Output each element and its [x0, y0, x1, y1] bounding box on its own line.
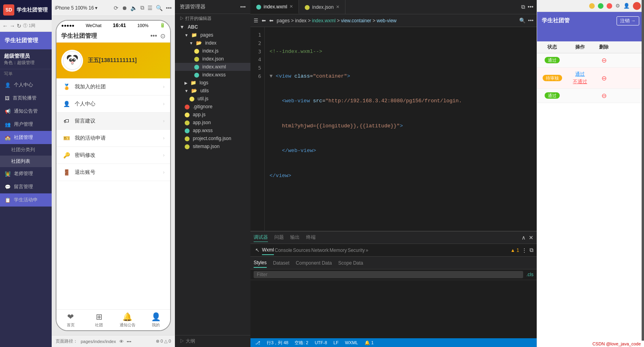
delete-cell-1[interactable]: ⊖ [596, 74, 612, 82]
refresh-button[interactable]: ↻ [17, 23, 21, 29]
file-index-wxml[interactable]: ⬤ index.wxml [175, 63, 250, 71]
tab-issues[interactable]: 问题 [274, 233, 284, 242]
settings-icon-btn[interactable]: ⚙ [615, 3, 620, 9]
camera-icon[interactable]: ⊙ [160, 32, 165, 40]
file-index-wxss[interactable]: ⬤ index.wxss [175, 71, 250, 79]
folder-pages[interactable]: ▼ 📁 pages [175, 31, 250, 39]
nav-btn-notice[interactable]: 🔔 通知公告 [113, 310, 142, 330]
reject-link[interactable]: 不通过 [564, 78, 596, 85]
file-tree-dots[interactable]: ••• [240, 4, 246, 10]
split-icon[interactable]: ⧉ [521, 4, 525, 10]
tab-network[interactable]: Network [311, 246, 329, 255]
folder-index[interactable]: ▼ 📂 index [175, 39, 250, 47]
filter-input[interactable] [254, 271, 523, 278]
sidebar-item-notice[interactable]: 📢 通知公告管 [0, 105, 52, 118]
delete-cell-0[interactable]: ⊖ [596, 57, 612, 64]
sidebar-item-carousel[interactable]: 🖼 首页轮播管 [0, 92, 52, 105]
menu-item-joined-clubs[interactable]: 🏅 我加入的社团 › [56, 78, 170, 96]
tab-memory[interactable]: Memory [330, 246, 347, 255]
sidebar-item-activity[interactable]: 📋 学生活动申 [0, 193, 52, 207]
user-icon-btn[interactable]: 👤 [623, 3, 630, 9]
file-gitignore[interactable]: ⬤ .gitignore [175, 103, 250, 111]
sidebar-item-users[interactable]: 👥 用户管理 [0, 118, 52, 131]
tab-console[interactable]: Console [275, 246, 292, 255]
sound-button[interactable]: 🔈 [130, 4, 137, 11]
tab-debugger[interactable]: 调试器 [254, 233, 268, 242]
forward-button[interactable]: → [10, 23, 15, 29]
file-project-config[interactable]: ⬤ project.config.json [175, 135, 250, 142]
file-index-json[interactable]: ⬤ index.json [175, 55, 250, 63]
cls-button[interactable]: .cls [526, 272, 533, 277]
file-app-wxss[interactable]: ⬤ app.wxss [175, 127, 250, 135]
record-button[interactable]: ⏺ [122, 4, 127, 11]
menu-item-logout[interactable]: 🚪 退出账号 › [56, 164, 170, 181]
close-icon[interactable]: ✕ [336, 4, 339, 10]
file-sitemap[interactable]: ⬤ sitemap.json [175, 142, 250, 150]
file-app-js[interactable]: ⬤ app.js [175, 111, 250, 119]
open-editors-label[interactable]: ▷ 打开的编辑器 [175, 14, 250, 23]
close-btn[interactable] [607, 3, 612, 9]
tab-wxml[interactable]: ⬤ index.wxml ✕ [250, 0, 299, 14]
delete-icon-2[interactable]: ⊖ [601, 92, 607, 99]
sidebar-item-club[interactable]: 🏫 社团管理 [0, 131, 52, 144]
subtab-dataset[interactable]: Dataset [273, 259, 289, 267]
minimize-btn[interactable] [589, 3, 595, 9]
search-button[interactable]: 🔍 [156, 4, 163, 11]
maximize-btn[interactable] [598, 3, 603, 9]
search-icon-btn[interactable]: 🔍 [519, 18, 526, 23]
collapse-btn[interactable]: ∧ [522, 234, 526, 241]
menu-item-password[interactable]: 🔑 密码修改 › [56, 147, 170, 164]
nav-btn-mine[interactable]: 👤 我的 [142, 310, 171, 330]
tab-json[interactable]: ⬤ index.json ✕ [299, 0, 345, 14]
back-button[interactable]: ← [2, 23, 8, 29]
nav-btn-home[interactable]: ❤ 首页 [56, 310, 85, 330]
tab-terminal[interactable]: 终端 [306, 233, 316, 242]
sidebar-subitem-list[interactable]: 社团列表 [0, 156, 52, 167]
folder-utils[interactable]: ▼ 📂 utils [175, 87, 250, 95]
menu-button[interactable]: ☰ [147, 4, 153, 11]
tab-wxml[interactable]: Wxml [262, 246, 274, 255]
page-icon1[interactable]: 👁 [119, 339, 124, 344]
nav-btn-club[interactable]: ⊞ 社团 [85, 310, 114, 330]
devtools-cursor-btn[interactable]: ↖ [254, 247, 261, 253]
devtools-expand-btn[interactable]: ⧉ [530, 247, 533, 253]
project-root[interactable]: ▼ ABC [175, 23, 250, 31]
sidebar-item-personal[interactable]: 👤 个人中心 [0, 78, 52, 92]
file-index-js[interactable]: ⬤ index.js [175, 47, 250, 55]
logout-button[interactable]: 注销 → [617, 16, 639, 25]
delete-cell-2[interactable]: ⊖ [596, 92, 612, 99]
tab-security[interactable]: Security [347, 246, 365, 255]
more-icon-btn[interactable]: ••• [528, 18, 533, 23]
subtab-scope-data[interactable]: Scope Data [338, 259, 363, 267]
subtab-component-data[interactable]: Component Data [296, 259, 332, 267]
rotate-button[interactable]: ⟳ [114, 4, 118, 11]
more-button[interactable]: ••• [166, 4, 172, 11]
toolbar-back-btn[interactable]: ⬅ [262, 18, 266, 23]
subtab-styles[interactable]: Styles [254, 258, 267, 268]
menu-item-activity[interactable]: 🎫 我的活动申请 › [56, 130, 170, 147]
page-icon2[interactable]: ••• [127, 339, 132, 344]
tab-sources[interactable]: Sources [293, 246, 310, 255]
menu-item-message[interactable]: 🏷 留言建议 › [56, 113, 170, 130]
close-debugger-btn[interactable]: ✕ [529, 234, 533, 241]
tab-more[interactable]: » [366, 246, 369, 255]
file-app-json[interactable]: ⬤ app.json [175, 119, 250, 127]
sidebar-subitem-category[interactable]: 社团分类列 [0, 144, 52, 156]
delete-icon-0[interactable]: ⊖ [601, 57, 607, 64]
close-icon[interactable]: ✕ [289, 4, 293, 9]
copy-button[interactable]: ⧉ [140, 4, 144, 11]
debugger-scrollbar[interactable] [642, 0, 644, 347]
devtools-menu-btn[interactable]: ⋮ [522, 247, 527, 253]
ellipsis-icon[interactable]: ••• [150, 32, 157, 40]
toolbar-forward-btn[interactable]: ⬅ [269, 18, 274, 23]
folder-logs[interactable]: ▶ 📁 logs [175, 79, 250, 87]
delete-icon-1[interactable]: ⊖ [601, 75, 607, 82]
menu-item-personal[interactable]: 👤 个人中心 › [56, 96, 170, 113]
file-util-js[interactable]: ⬤ util.js [175, 95, 250, 103]
sidebar-item-message[interactable]: 💬 留言管理 [0, 180, 52, 193]
tab-output[interactable]: 输出 [290, 233, 300, 242]
toolbar-menu-btn[interactable]: ☰ [254, 18, 258, 23]
more-options-icon[interactable]: ••• [528, 4, 533, 10]
approve-link[interactable]: 通过 [564, 71, 596, 78]
outline-section[interactable]: ▷ 大纲 [175, 335, 250, 347]
